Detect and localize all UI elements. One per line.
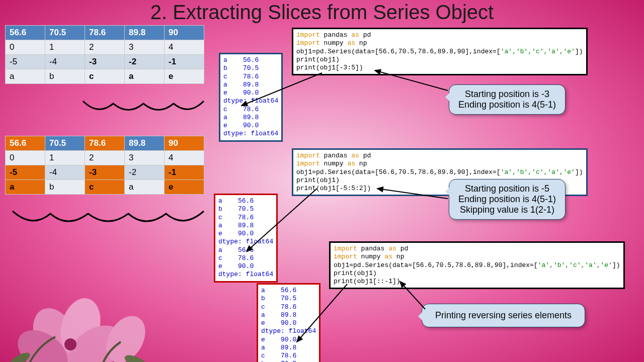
table-cell: b (45, 69, 85, 84)
table-1: 56.6 70.5 78.6 89.8 90 0 1 2 3 4 -5 -4 -… (5, 25, 204, 84)
table-cell: -4 (45, 165, 85, 180)
table-cell: 3 (125, 151, 165, 165)
txt: np (355, 160, 367, 167)
txt: print(obj1[::-1]) (334, 278, 400, 285)
table-cell: a (6, 180, 45, 195)
txt: print(obj1) (334, 269, 377, 277)
table-cell: -3 (85, 165, 125, 180)
table-cell: e (165, 69, 204, 84)
txt: np (355, 39, 367, 47)
callout-1: Starting position is -3 Ending position … (449, 84, 566, 115)
str: 'a','b','c','a','e' (538, 261, 612, 269)
table-cell: 2 (85, 151, 125, 165)
str: 'a','b','c','a','e' (501, 48, 575, 55)
table-cell: 70.5 (45, 26, 85, 40)
table-cell: -3 (85, 55, 125, 69)
txt: pandas (320, 31, 351, 39)
kw: import (296, 31, 320, 39)
code-block-1: import pandas as pd import numpy as np o… (292, 28, 588, 75)
code-block-3: import pandas as pd import numpy as np o… (329, 241, 625, 289)
table-cell: 89.8 (125, 136, 165, 151)
kw: import (296, 152, 320, 159)
table-cell: 1 (45, 40, 85, 55)
table-cell: -5 (6, 55, 45, 69)
table-cell: 56.6 (6, 136, 45, 151)
kw: as (347, 160, 355, 167)
txt: obj1=pd.Series(data=[56.6,70.5,78.6,89.8… (334, 261, 538, 269)
output-block-1: a 56.6 b 70.5 c 78.6 a 89.8 e 90.0 dtype… (219, 53, 283, 142)
callout-line: Ending position is 4(5-1) (458, 100, 556, 110)
kw: as (351, 152, 359, 159)
table-cell: 78.6 (85, 26, 125, 40)
txt: obj1=pd.Series(data=[56.6,70.5,78.6,89.8… (296, 168, 501, 176)
svg-point-11 (64, 338, 76, 350)
page-title: 2. Extracting Slices from Series Object (0, 0, 644, 24)
table-cell: -5 (6, 165, 45, 180)
callout-line: Ending position is 4(5-1) (458, 194, 556, 205)
table-cell: c (85, 180, 125, 195)
txt: print(obj1) (296, 176, 340, 184)
txt: pd (396, 245, 408, 252)
table-cell: 70.5 (45, 136, 85, 151)
txt: pd (359, 152, 371, 159)
table-cell: 90 (165, 26, 204, 40)
table-cell: 0 (6, 151, 45, 165)
txt: ]) (575, 48, 583, 55)
txt: numpy (320, 39, 348, 47)
table-cell: -4 (45, 55, 85, 69)
kw: import (296, 160, 320, 167)
flower-decoration (0, 251, 171, 362)
table-cell: e (165, 180, 204, 195)
txt: ]) (575, 168, 583, 176)
table-cell: 90 (165, 136, 204, 151)
table-cell: 0 (6, 40, 45, 55)
callout-3: Printing reversing series elements (422, 304, 585, 327)
table-cell: 4 (165, 151, 204, 165)
txt: obj1=pd.Series(data=[56.6,70.5,78.6,89.8… (296, 48, 501, 55)
table-cell: -1 (165, 165, 204, 180)
txt: numpy (320, 160, 348, 167)
table-cell: b (45, 180, 85, 195)
table-cell: a (6, 69, 45, 84)
callout-2: Starting position is -5 Ending position … (449, 179, 566, 220)
bracket-icon (80, 99, 211, 119)
str: 'a','b','c','a','e' (501, 168, 575, 176)
kw: as (347, 39, 355, 47)
table-cell: 4 (165, 40, 204, 55)
output-block-2: a 56.6 b 70.5 c 78.6 a 89.8 e 90.0 dtype… (214, 194, 278, 283)
table-cell: a (125, 180, 165, 195)
txt: numpy (357, 253, 385, 260)
table-cell: -2 (125, 55, 165, 69)
txt: ]) (612, 261, 620, 269)
bracket-icon (10, 209, 211, 229)
kw: as (351, 31, 359, 39)
kw: import (296, 39, 320, 47)
callout-line: Starting position is -3 (458, 89, 556, 100)
txt: pandas (357, 245, 388, 252)
table-cell: 2 (85, 40, 125, 55)
txt: pandas (320, 152, 351, 159)
table-cell: -1 (165, 55, 204, 69)
kw: import (334, 245, 357, 252)
table-cell: 78.6 (85, 136, 125, 151)
table-cell: 89.8 (125, 26, 165, 40)
callout-line: Starting position is -5 (458, 184, 556, 194)
table-cell: -2 (125, 165, 165, 180)
table-cell: a (125, 69, 165, 84)
callout-line: Skipping value is 1(2-1) (458, 205, 556, 215)
txt: print(obj1[-3:5]) (296, 64, 363, 71)
txt: np (392, 253, 404, 260)
table-2: 56.6 70.5 78.6 89.8 90 0 1 2 3 4 -5 -4 -… (5, 136, 204, 195)
kw: import (334, 253, 357, 260)
table-cell: 3 (125, 40, 165, 55)
table-cell: c (85, 69, 125, 84)
txt: pd (359, 31, 371, 39)
output-block-3: a 56.6 b 70.5 c 78.6 a 89.8 e 90.0 dtype… (257, 283, 320, 362)
txt: print(obj1[-5:5:2]) (296, 185, 371, 192)
txt: print(obj1) (296, 56, 340, 63)
kw: as (388, 245, 396, 252)
table-cell: 1 (45, 151, 85, 165)
kw: as (384, 253, 392, 260)
table-cell: 56.6 (6, 26, 45, 40)
callout-line: Printing reversing series elements (435, 310, 572, 321)
